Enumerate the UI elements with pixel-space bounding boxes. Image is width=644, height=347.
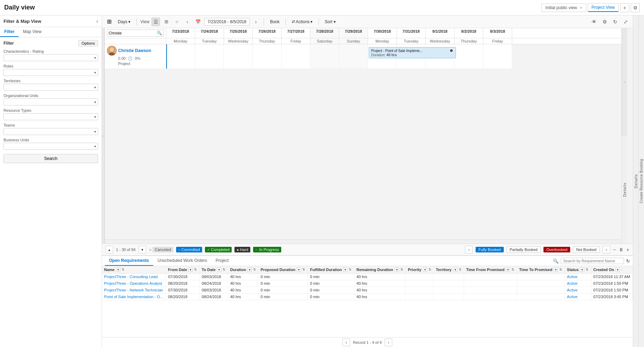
actions-button[interactable]: ⇄ Actions ▾ bbox=[289, 18, 315, 26]
zoom-out-button[interactable]: − bbox=[613, 247, 616, 252]
cell-territory-0 bbox=[434, 274, 464, 280]
details-panel[interactable]: Details bbox=[622, 136, 627, 244]
sort-button[interactable]: Sort ▾ bbox=[322, 18, 338, 26]
legend-prev-button[interactable]: ▴ bbox=[105, 246, 113, 253]
sidebar-tab-map-view[interactable]: Map View bbox=[19, 27, 45, 37]
th-name[interactable]: Name▾⇅ bbox=[102, 266, 166, 274]
cell-proposed-3: 0 min bbox=[258, 294, 308, 300]
collapse-schedule-right[interactable]: › bbox=[622, 28, 627, 136]
details-side-panel[interactable]: Details bbox=[633, 15, 638, 347]
refresh-button[interactable]: ↻ bbox=[611, 18, 619, 26]
select-roles[interactable] bbox=[4, 69, 98, 76]
req-name-link-1[interactable]: ProjectThree - Operations Analyst bbox=[104, 281, 162, 285]
select-business-units[interactable] bbox=[4, 143, 98, 150]
book-button[interactable]: Book bbox=[268, 18, 282, 26]
th-to-date[interactable]: To Date▾⇅ bbox=[199, 266, 228, 274]
eye-button[interactable]: 👁 bbox=[590, 18, 598, 26]
req-name-link-0[interactable]: ProjectThree - Consulting Lead bbox=[104, 275, 157, 279]
search-button[interactable]: Search bbox=[4, 154, 98, 163]
settings-icon-button[interactable]: ⚙ bbox=[600, 18, 609, 26]
th-priority[interactable]: Priority▾⇅ bbox=[406, 266, 434, 274]
cell-status-2: Active bbox=[565, 287, 591, 294]
req-name-link-2[interactable]: ProjectThree - Network Technician bbox=[104, 288, 163, 292]
resource-name[interactable]: Christie Dawson bbox=[118, 48, 151, 53]
date-col-6: 7/29/2018 bbox=[339, 28, 368, 38]
th-territory[interactable]: Territory▾⇅ bbox=[434, 266, 464, 274]
date-col-0: 7/23/2018 bbox=[166, 28, 195, 38]
schedule-toolbar: ⊞ Days ▾ View ☰ ⊞ ○ ‹ 📅 7/23/2018 - 8/5/… bbox=[102, 15, 633, 28]
settings-button[interactable]: ⚙ bbox=[631, 3, 640, 12]
resource-search-box: 🔍 bbox=[107, 30, 164, 37]
th-time-to-promised[interactable]: Time To Promised▾⇅ bbox=[517, 266, 565, 274]
status-link-0[interactable]: Active bbox=[567, 275, 578, 279]
close-icon[interactable]: × bbox=[580, 5, 582, 10]
field-business-units bbox=[4, 143, 98, 150]
date-range[interactable]: 7/23/2018 - 8/5/2018 bbox=[204, 18, 250, 26]
select-organizational-units[interactable] bbox=[4, 98, 98, 105]
collapse-schedule-left[interactable]: ‹ bbox=[102, 28, 105, 244]
table-row: Point of Sale Implementation - O... 08/2… bbox=[102, 294, 633, 300]
th-duration[interactable]: Duration▾⇅ bbox=[228, 266, 258, 274]
select-resource-types[interactable] bbox=[4, 113, 98, 120]
cell-status-3: Active bbox=[565, 294, 591, 300]
chevron-down-icon: ▾ bbox=[310, 19, 313, 24]
calendar-icon[interactable]: 📅 bbox=[194, 18, 202, 26]
req-tab-project[interactable]: Project bbox=[211, 256, 233, 266]
pause-button[interactable]: ⏸ bbox=[619, 247, 624, 252]
booking-prev-button[interactable]: ‹ bbox=[465, 246, 473, 253]
legend-next-button[interactable]: ▾ bbox=[139, 246, 146, 253]
booking-next-button[interactable]: › bbox=[603, 246, 610, 253]
prev-period-button[interactable]: ‹ bbox=[183, 18, 192, 26]
cell-to-date-3: 08/24/2018 bbox=[199, 294, 228, 300]
sidebar-collapse-button[interactable]: ‹ bbox=[96, 18, 98, 24]
create-resource-booking-panel[interactable]: Create Resource Booking bbox=[638, 15, 644, 347]
next-period-button[interactable]: › bbox=[252, 18, 260, 26]
canceled-label: Canceled bbox=[153, 247, 173, 252]
day-label-5: Saturday bbox=[310, 38, 339, 44]
sidebar-tab-filter[interactable]: Filter bbox=[0, 27, 19, 37]
add-tab-button[interactable]: + bbox=[620, 3, 629, 12]
th-proposed-duration[interactable]: Proposed Duration▾⇅ bbox=[258, 266, 308, 274]
globe-button[interactable]: ○ bbox=[173, 18, 181, 26]
maximize-button[interactable]: ⤢ bbox=[622, 18, 630, 26]
grid-toggle-button[interactable]: ⊞ bbox=[105, 18, 113, 26]
req-tab-open-requirements[interactable]: Open Requirements bbox=[105, 256, 153, 266]
req-refresh-icon[interactable]: ↻ bbox=[626, 258, 630, 264]
status-link-3[interactable]: Active bbox=[567, 295, 578, 299]
field-characteristics-rating bbox=[4, 54, 98, 61]
booking-block-0[interactable]: Project - Point of Sale Impleme... Durat… bbox=[369, 47, 456, 58]
day-cell-2 bbox=[224, 44, 253, 69]
resource-info-0: Christie Dawson 0.00 🕐 0% Project bbox=[105, 44, 166, 69]
req-search-input[interactable] bbox=[561, 258, 624, 264]
search-icon[interactable]: 🔍 bbox=[157, 31, 162, 36]
select-territories[interactable] bbox=[4, 84, 98, 91]
th-status[interactable]: Status▾⇅ bbox=[565, 266, 591, 274]
grid-view-button[interactable]: ⊞ bbox=[162, 18, 170, 26]
th-time-from-promised[interactable]: Time From Promised▾⇅ bbox=[464, 266, 517, 274]
th-from-date[interactable]: From Date▾⇅ bbox=[166, 266, 199, 274]
zoom-in-button[interactable]: + bbox=[626, 247, 629, 252]
list-view-button[interactable]: ☰ bbox=[152, 18, 160, 26]
req-tab-unscheduled[interactable]: Unscheduled Work Orders bbox=[153, 256, 211, 266]
resource-search-input[interactable] bbox=[109, 31, 157, 35]
cell-territory-1 bbox=[434, 280, 464, 287]
th-remaining-duration[interactable]: Remaining Duration▾⇅ bbox=[354, 266, 406, 274]
req-name-link-3[interactable]: Point of Sale Implementation - O... bbox=[104, 295, 163, 299]
options-button[interactable]: Options bbox=[78, 40, 98, 46]
req-search-icon[interactable]: 🔍 bbox=[553, 258, 559, 264]
horizontal-scrollbar[interactable] bbox=[105, 239, 622, 244]
resource-type: Project bbox=[118, 62, 164, 66]
tab-project-view[interactable]: Project View bbox=[588, 3, 619, 12]
req-tabs-row: Open Requirements Unscheduled Work Order… bbox=[102, 256, 633, 266]
days-button[interactable]: Days ▾ bbox=[115, 18, 133, 26]
th-created-on[interactable]: Created On▾↑ bbox=[591, 266, 632, 274]
th-fulfilled-duration[interactable]: Fulfilled Duration▾⇅ bbox=[308, 266, 354, 274]
select-characteristics-rating[interactable] bbox=[4, 54, 98, 61]
select-teams[interactable] bbox=[4, 128, 98, 135]
status-link-2[interactable]: Active bbox=[567, 288, 578, 292]
req-prev-button[interactable]: ‹ bbox=[342, 339, 350, 346]
tab-initial-public-view[interactable]: Initial public view × bbox=[541, 4, 586, 12]
sidebar-header: Filter & Map View ‹ bbox=[0, 15, 102, 27]
req-next-button[interactable]: › bbox=[385, 339, 392, 346]
status-link-1[interactable]: Active bbox=[567, 281, 578, 285]
